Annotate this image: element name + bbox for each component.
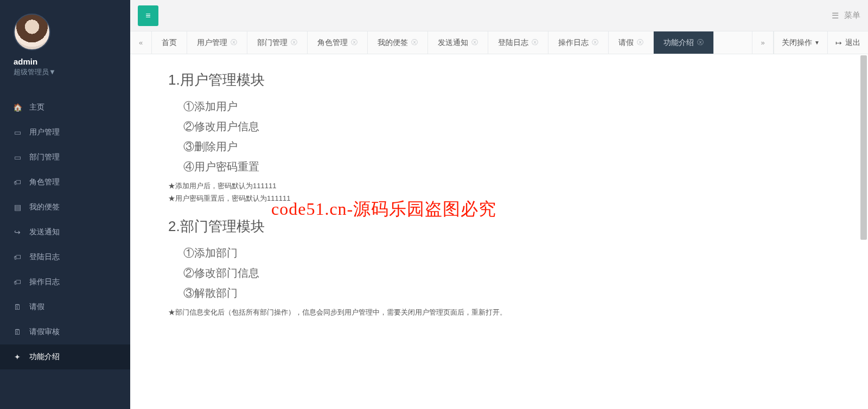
topbar-menu-label: 菜单 [844, 10, 860, 21]
note-icon: ▤ [13, 203, 22, 212]
list-item: ②修改部门信息 [183, 266, 689, 280]
sidebar-item-label: 请假审核 [29, 327, 60, 337]
sidebar-item-label: 角色管理 [29, 177, 60, 187]
tab-send-notice[interactable]: 发送通知ⓧ [428, 31, 488, 54]
sidebar-item-dept-mgmt[interactable]: ▭部门管理 [0, 145, 130, 170]
feature-doc: 1.用户管理模块 ①添加用户 ②修改用户信息 ③删除用户 ④用户密码重置 ★添加… [130, 54, 727, 340]
tag-icon: 🏷 [13, 178, 22, 187]
avatar[interactable] [14, 14, 50, 50]
sidebar-item-label: 请假 [29, 302, 44, 312]
tab-label: 操作日志 [558, 38, 589, 48]
section-2-title: 2.部门管理模块 [168, 217, 689, 236]
scrollbar-track[interactable] [859, 54, 868, 409]
tab-label: 部门管理 [257, 38, 288, 48]
list-item: ④用户密码重置 [183, 159, 689, 174]
exit-label: 退出 [845, 38, 860, 48]
tab-label: 功能介绍 [663, 38, 694, 48]
note-text: ★添加用户后，密码默认为111111 [168, 180, 689, 192]
chevron-down-icon: ▼ [814, 40, 820, 46]
calendar-icon: 🗓 [13, 303, 22, 311]
tab-label: 发送通知 [438, 38, 468, 48]
sidebar-item-leave[interactable]: 🗓请假 [0, 295, 130, 319]
dept-icon: ▭ [13, 153, 22, 162]
tab-label: 首页 [162, 38, 177, 48]
tab-role-mgmt[interactable]: 角色管理ⓧ [308, 31, 368, 54]
close-icon[interactable]: ⓧ [471, 38, 478, 47]
tab-notes[interactable]: 我的便签ⓧ [368, 31, 428, 54]
sidebar-item-features[interactable]: ✦功能介绍 [0, 344, 130, 369]
tab-scroll-left-button[interactable]: « [130, 31, 152, 54]
sidebar-item-notes[interactable]: ▤我的便签 [0, 195, 130, 220]
close-icon[interactable]: ⓧ [231, 38, 237, 47]
tabs-container: 首页 用户管理ⓧ 部门管理ⓧ 角色管理ⓧ 我的便签ⓧ 发送通知ⓧ 登陆日志ⓧ 操… [152, 31, 752, 54]
main-area: ≡ ☰ 菜单 « 首页 用户管理ⓧ 部门管理ⓧ 角色管理ⓧ 我的便签ⓧ 发送通知… [130, 0, 868, 409]
star-icon: ✦ [13, 353, 22, 361]
list-item: ①添加部门 [183, 246, 689, 260]
tab-label: 用户管理 [197, 38, 227, 48]
list-icon: ☰ [832, 11, 839, 21]
list-item: ③删除用户 [183, 139, 689, 154]
sidebar-item-label: 用户管理 [29, 127, 60, 137]
sidebar-item-label: 发送通知 [29, 227, 60, 237]
exit-button[interactable]: ↦退出 [828, 31, 868, 54]
close-icon[interactable]: ⓧ [351, 38, 358, 47]
close-icon[interactable]: ⓧ [592, 38, 598, 47]
tab-features[interactable]: 功能介绍ⓧ [654, 31, 714, 54]
sidebar-item-label: 操作日志 [29, 277, 60, 287]
list-item: ②修改用户信息 [183, 119, 689, 134]
user-role-dropdown[interactable]: 超级管理员▼ [14, 67, 117, 77]
tab-label: 我的便签 [378, 38, 408, 48]
topbar: ≡ ☰ 菜单 [130, 0, 868, 31]
close-ops-dropdown[interactable]: 关闭操作▼ [774, 31, 828, 54]
sidebar-item-label: 登陆日志 [29, 252, 60, 262]
tag-icon: 🏷 [13, 278, 22, 286]
tab-label: 角色管理 [317, 38, 348, 48]
home-icon: 🏠 [13, 103, 22, 112]
tab-label: 登陆日志 [498, 38, 528, 48]
note-text: ★用户密码重置后，密码默认为111111 [168, 192, 689, 204]
note-text: ★部门信息变化后（包括所有部门操作），信息会同步到用户管理中，需要关闭用户管理页… [168, 306, 689, 318]
calendar-icon: 🗓 [13, 328, 22, 336]
sidebar-item-op-log[interactable]: 🏷操作日志 [0, 270, 130, 295]
sidebar-item-send-notice[interactable]: ↪发送通知 [0, 220, 130, 245]
sidebar-item-label: 功能介绍 [29, 352, 60, 362]
tab-label: 请假 [618, 38, 634, 48]
sidebar-item-login-log[interactable]: 🏷登陆日志 [0, 245, 130, 270]
sidebar: admin 超级管理员▼ 🏠主页 ▭用户管理 ▭部门管理 🏷角色管理 ▤我的便签… [0, 0, 130, 409]
sidebar-item-leave-review[interactable]: 🗓请假审核 [0, 319, 130, 344]
close-icon[interactable]: ⓧ [291, 38, 297, 47]
topbar-menu-button[interactable]: ☰ 菜单 [832, 10, 860, 21]
close-ops-label: 关闭操作 [782, 38, 812, 48]
toggle-sidebar-button[interactable]: ≡ [138, 5, 158, 26]
sidebar-item-label: 我的便签 [29, 202, 60, 212]
tab-leave[interactable]: 请假ⓧ [609, 31, 654, 54]
section-1-title: 1.用户管理模块 [168, 71, 689, 90]
list-item: ③解散部门 [183, 286, 689, 301]
sidebar-item-user-mgmt[interactable]: ▭用户管理 [0, 120, 130, 145]
tab-dept-mgmt[interactable]: 部门管理ⓧ [247, 31, 308, 54]
close-icon[interactable]: ⓧ [697, 38, 704, 47]
exit-icon: ↦ [835, 39, 842, 47]
share-icon: ↪ [13, 228, 22, 237]
close-icon[interactable]: ⓧ [411, 38, 418, 47]
tab-home[interactable]: 首页 [152, 31, 187, 54]
sidebar-item-label: 主页 [29, 103, 44, 112]
list-item: ①添加用户 [183, 99, 689, 114]
tag-icon: 🏷 [13, 253, 22, 261]
sidebar-item-role-mgmt[interactable]: 🏷角色管理 [0, 170, 130, 195]
sidebar-nav: 🏠主页 ▭用户管理 ▭部门管理 🏷角色管理 ▤我的便签 ↪发送通知 🏷登陆日志 … [0, 95, 130, 369]
sidebar-item-home[interactable]: 🏠主页 [0, 95, 130, 120]
tab-op-log[interactable]: 操作日志ⓧ [548, 31, 609, 54]
tab-user-mgmt[interactable]: 用户管理ⓧ [187, 31, 247, 54]
username: admin [14, 57, 117, 66]
close-icon[interactable]: ⓧ [637, 38, 643, 47]
tabstrip: « 首页 用户管理ⓧ 部门管理ⓧ 角色管理ⓧ 我的便签ⓧ 发送通知ⓧ 登陆日志ⓧ… [130, 31, 868, 54]
profile-block: admin 超级管理员▼ [0, 0, 130, 85]
tab-login-log[interactable]: 登陆日志ⓧ [488, 31, 548, 54]
tab-scroll-right-button[interactable]: » [752, 31, 774, 54]
content-frame: 1.用户管理模块 ①添加用户 ②修改用户信息 ③删除用户 ④用户密码重置 ★添加… [130, 54, 868, 409]
close-icon[interactable]: ⓧ [532, 38, 538, 47]
sidebar-item-label: 部门管理 [29, 152, 60, 162]
scrollbar-thumb[interactable] [860, 55, 867, 240]
users-icon: ▭ [13, 128, 22, 137]
